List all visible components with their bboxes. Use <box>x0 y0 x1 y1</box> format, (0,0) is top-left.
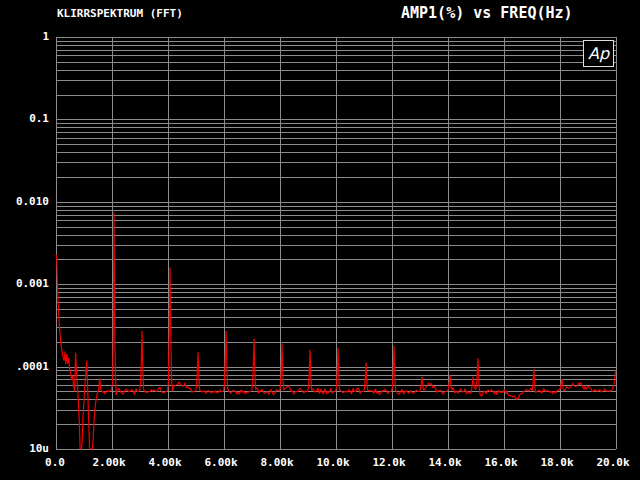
y-tick-label: 0.1 <box>0 112 49 126</box>
graph-title: KLIRRSPEKTRUM (FFT) <box>57 7 183 20</box>
audio-precision-logo: Ap <box>583 40 614 67</box>
y-tick-label: 0.001 <box>0 277 49 291</box>
y-tick-label: 1 <box>0 30 49 44</box>
x-tick-label: 14.0k <box>413 456 477 470</box>
y-tick-label: 0.010 <box>0 195 49 209</box>
x-tick-label: 18.0k <box>525 456 589 470</box>
x-tick-label: 10.0k <box>301 456 365 470</box>
x-tick-label: 12.0k <box>357 456 421 470</box>
x-tick-label: 20.0k <box>581 456 640 470</box>
y-tick-label: .0001 <box>0 360 49 374</box>
x-tick-label: 4.00k <box>133 456 197 470</box>
x-tick-label: 8.00k <box>245 456 309 470</box>
spectrum-plot <box>0 0 640 480</box>
axis-legend: AMP1(%) vs FREQ(Hz) <box>401 4 573 22</box>
x-tick-label: 16.0k <box>469 456 533 470</box>
x-tick-label: 2.00k <box>77 456 141 470</box>
x-tick-label: 6.00k <box>189 456 253 470</box>
y-tick-label: 10u <box>0 442 49 456</box>
analyzer-screen: KLIRRSPEKTRUM (FFT) AMP1(%) vs FREQ(Hz) … <box>0 0 640 480</box>
